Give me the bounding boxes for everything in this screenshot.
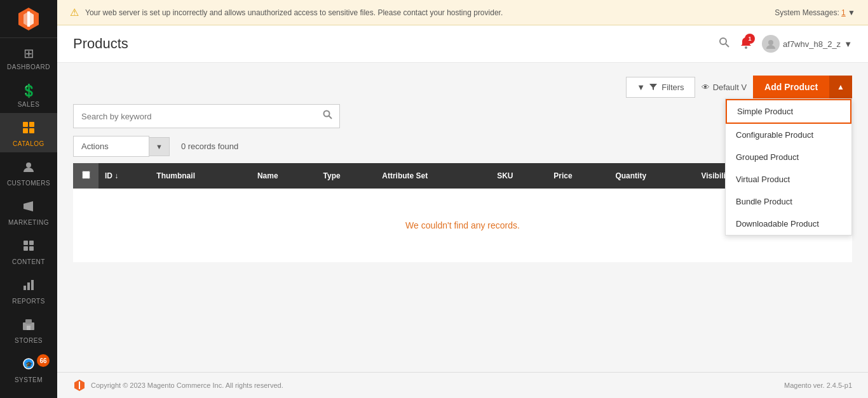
warning-banner: ⚠ Your web server is set up incorrectly … [57, 0, 868, 25]
actions-dropdown-arrow[interactable]: ▼ [149, 137, 170, 156]
table-th-thumbnail: Thumbnail [150, 163, 251, 189]
svg-rect-7 [29, 128, 34, 133]
add-product-dropdown-button[interactable]: ▲ [829, 76, 852, 98]
sidebar-item-system[interactable]: 66 🎓 SYSTEM [0, 349, 57, 388]
table-th-price: Price [547, 163, 609, 189]
filters-label: Filters [661, 83, 684, 92]
sidebar-item-sales[interactable]: 💲 SALES [0, 76, 57, 113]
user-menu-button[interactable]: af7whv_h8_2_z ▼ [762, 35, 852, 53]
sort-id-icon[interactable]: ↓ [114, 171, 118, 180]
loading-area: ▼ Filters 👁 Default V Add Product ▲ [73, 76, 852, 101]
sidebar: ⊞ DASHBOARD 💲 SALES CATALOG CUSTOMERS MA… [0, 0, 57, 398]
sidebar-item-stores-label: STORES [15, 337, 43, 344]
sidebar-item-marketing[interactable]: MARKETING [0, 192, 57, 231]
svg-rect-17 [31, 280, 34, 290]
sidebar-item-dashboard-label: DASHBOARD [7, 63, 50, 70]
sidebar-item-catalog[interactable]: CATALOG [0, 113, 57, 152]
sidebar-item-stores[interactable]: STORES [0, 310, 57, 349]
svg-line-24 [726, 44, 729, 47]
sidebar-item-content-label: CONTENT [12, 258, 45, 265]
content-icon [22, 239, 36, 256]
svg-rect-15 [24, 286, 26, 290]
svg-point-23 [720, 38, 726, 44]
downloadable-product-label: Downloadable Product [736, 219, 819, 229]
product-type-simple[interactable]: Simple Product [726, 99, 851, 124]
notif-badge: 1 [745, 34, 755, 44]
dashboard-icon: ⊞ [24, 46, 34, 61]
svg-rect-20 [27, 326, 31, 330]
add-product-label: Add Product [764, 82, 818, 92]
marketing-icon [22, 199, 36, 216]
actions-select[interactable]: Actions [73, 136, 149, 157]
grouped-product-label: Grouped Product [736, 152, 799, 162]
sys-msg-count-link[interactable]: 1 [841, 8, 846, 17]
add-product-button[interactable]: Add Product [753, 76, 829, 98]
svg-rect-5 [29, 122, 34, 127]
search-input[interactable] [74, 106, 316, 127]
search-box [73, 104, 340, 128]
select-all-checkbox[interactable] [82, 171, 90, 179]
toolbar-row: ▼ Filters 👁 Default V Add Product ▲ [73, 76, 852, 98]
footer-logo-icon [73, 379, 86, 392]
username: af7whv_h8_2_z [783, 39, 841, 49]
virtual-product-label: Virtual Product [736, 175, 790, 184]
user-dropdown-arrow: ▼ [844, 39, 852, 49]
product-type-dropdown: Simple Product Configurable Product Grou… [725, 98, 852, 235]
simple-product-label: Simple Product [737, 107, 793, 116]
product-type-downloadable[interactable]: Downloadable Product [726, 213, 851, 235]
sys-msg-dropdown-icon[interactable]: ▼ [848, 8, 855, 17]
product-type-configurable[interactable]: Configurable Product [726, 124, 851, 146]
page-title: Products [73, 36, 128, 52]
product-type-virtual[interactable]: Virtual Product [726, 168, 851, 190]
customers-icon [22, 160, 36, 177]
sidebar-item-content[interactable]: CONTENT [0, 231, 57, 270]
warning-left: ⚠ Your web server is set up incorrectly … [70, 6, 503, 18]
table-th-checkbox [73, 163, 98, 189]
search-icon [719, 37, 730, 48]
svg-point-25 [745, 46, 747, 49]
records-left: Actions ▼ 0 records found [73, 136, 238, 157]
table-th-id: ID ↓ [98, 163, 150, 189]
svg-rect-4 [23, 122, 28, 127]
bundle-product-label: Bundle Product [736, 197, 792, 206]
add-product-wrapper: Add Product ▲ Simple Product Configurabl… [753, 76, 852, 98]
table-th-name: Name [251, 163, 317, 189]
filter-icon: ▼ [637, 83, 645, 92]
default-view-button[interactable]: 👁 Default V [702, 83, 747, 92]
warning-text: Your web server is set up incorrectly an… [85, 8, 503, 17]
top-header: Products 1 af7whv_h8_2_z ▼ [57, 25, 868, 63]
search-submit-icon [323, 110, 333, 120]
sidebar-item-reports-label: REPORTS [12, 298, 45, 305]
main-content: ⚠ Your web server is set up incorrectly … [57, 0, 868, 398]
sidebar-item-sales-label: SALES [18, 101, 40, 108]
svg-rect-6 [23, 128, 28, 133]
notifications-button[interactable]: 1 [740, 36, 752, 52]
system-badge: 66 [37, 354, 50, 367]
footer: Copyright © 2023 Magento Commerce Inc. A… [57, 372, 868, 398]
svg-rect-3 [27, 11, 30, 27]
default-view-label: Default V [713, 83, 747, 92]
footer-left: Copyright © 2023 Magento Commerce Inc. A… [73, 379, 283, 392]
sidebar-item-customers-label: CUSTOMERS [7, 180, 50, 187]
search-submit-button[interactable] [316, 105, 339, 128]
sidebar-item-customers[interactable]: CUSTOMERS [0, 152, 57, 192]
sidebar-item-reports[interactable]: REPORTS [0, 270, 57, 310]
svg-rect-16 [27, 282, 30, 290]
filters-button[interactable]: ▼ Filters [626, 77, 695, 98]
svg-rect-10 [24, 206, 27, 209]
table-th-type: Type [317, 163, 376, 189]
svg-rect-11 [24, 241, 28, 245]
product-type-grouped[interactable]: Grouped Product [726, 146, 851, 168]
svg-rect-13 [24, 246, 28, 251]
product-type-bundle[interactable]: Bundle Product [726, 190, 851, 213]
configurable-product-label: Configurable Product [736, 130, 813, 140]
sidebar-item-dashboard[interactable]: ⊞ DASHBOARD [0, 38, 57, 76]
funnel-icon [649, 83, 658, 91]
actions-select-wrapper: Actions ▼ [73, 136, 170, 157]
svg-point-26 [768, 40, 773, 45]
header-search-button[interactable] [719, 37, 730, 51]
sys-msg-label: System Messages: 1 ▼ [775, 8, 855, 17]
catalog-icon [22, 121, 36, 138]
system-icon: 🎓 [22, 357, 36, 374]
sidebar-logo [0, 0, 57, 38]
